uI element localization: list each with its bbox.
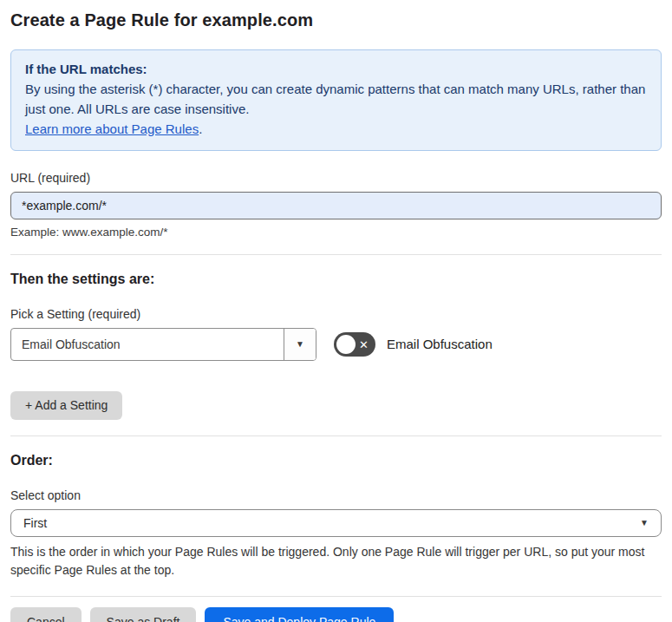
learn-more-link[interactable]: Learn more about Page Rules [25, 121, 199, 136]
cancel-button[interactable]: Cancel [10, 607, 82, 622]
order-select-label: Select option [10, 488, 662, 502]
divider [10, 435, 662, 436]
page-title: Create a Page Rule for example.com [10, 10, 662, 30]
chevron-down-icon: ▼ [296, 340, 304, 349]
order-helper-text: This is the order in which your Page Rul… [10, 543, 656, 580]
info-box-link-line: Learn more about Page Rules. [25, 120, 647, 140]
divider [10, 596, 662, 597]
add-setting-button[interactable]: + Add a Setting [10, 391, 122, 420]
setting-row: Email Obfuscation ▼ ✕ Email Obfuscation [10, 328, 662, 361]
settings-section-heading: Then the settings are: [10, 272, 662, 287]
page-rule-form: Create a Page Rule for example.com If th… [0, 0, 672, 622]
pick-setting-label: Pick a Setting (required) [10, 307, 662, 321]
divider [10, 254, 662, 255]
url-example-helper: Example: www.example.com/* [10, 226, 662, 239]
link-suffix: . [199, 121, 202, 136]
order-select-value: First [23, 516, 47, 530]
setting-picker-value: Email Obfuscation [11, 329, 284, 360]
url-match-info-box: If the URL matches: By using the asteris… [10, 49, 662, 151]
toggle-label: Email Obfuscation [387, 337, 493, 351]
info-box-body: By using the asterisk (*) character, you… [25, 80, 647, 120]
toggle-knob [336, 335, 356, 354]
chevron-down-icon: ▼ [640, 519, 649, 527]
url-field-label: URL (required) [10, 171, 662, 185]
email-obfuscation-toggle[interactable]: ✕ [334, 332, 375, 357]
toggle-off-x-icon: ✕ [359, 338, 369, 350]
email-obfuscation-toggle-group: ✕ Email Obfuscation [334, 332, 493, 357]
info-box-heading: If the URL matches: [25, 60, 647, 80]
save-and-deploy-button[interactable]: Save and Deploy Page Rule [205, 607, 394, 622]
setting-picker-arrow-button[interactable]: ▼ [284, 329, 316, 360]
setting-picker-dropdown[interactable]: Email Obfuscation ▼ [10, 328, 316, 361]
footer-actions: Cancel Save as Draft Save and Deploy Pag… [10, 607, 662, 622]
order-select[interactable]: First ▼ [10, 509, 662, 537]
order-section-heading: Order: [10, 453, 662, 468]
save-as-draft-button[interactable]: Save as Draft [90, 607, 197, 622]
url-input[interactable] [10, 192, 662, 219]
